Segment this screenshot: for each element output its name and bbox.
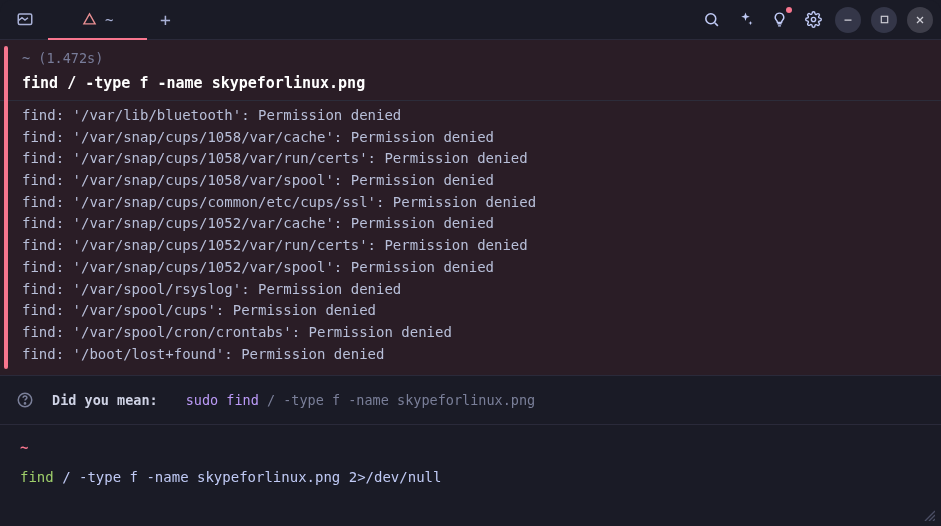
terminal-area: ~ (1.472s) find / -type f -name skypefor…	[0, 40, 941, 501]
block-status: ~ (1.472s)	[22, 50, 927, 66]
prompt-cmd-token: find	[20, 469, 54, 485]
suggestion-args: / -type f -name skypeforlinux.png	[259, 392, 535, 408]
title-bar-right	[699, 7, 933, 33]
block-output: find: '/var/lib/bluetooth': Permission d…	[22, 105, 927, 365]
prompt-cwd: ~	[20, 439, 921, 455]
block-divider	[0, 100, 941, 101]
command-block[interactable]: ~ (1.472s) find / -type f -name skypefor…	[0, 40, 941, 375]
tab-strip: ~ +	[48, 0, 183, 39]
suggestion-bar[interactable]: Did you mean: sudo find / -type f -name …	[0, 375, 941, 425]
settings-icon[interactable]	[801, 8, 825, 32]
plus-icon: +	[160, 9, 171, 30]
split-pane-icon[interactable]	[8, 3, 42, 37]
prompt-input-line[interactable]: find / -type f -name skypeforlinux.png 2…	[20, 469, 921, 485]
suggestion-command[interactable]: sudo find / -type f -name skypeforlinux.…	[176, 388, 546, 412]
prompt-block[interactable]: ~ find / -type f -name skypeforlinux.png…	[0, 425, 941, 501]
ai-sparkle-icon[interactable]	[733, 8, 757, 32]
svg-rect-3	[881, 16, 887, 22]
tab-title: ~	[105, 12, 113, 28]
block-command: find / -type f -name skypeforlinux.png	[22, 74, 927, 98]
title-bar-left: ~ +	[8, 0, 183, 39]
suggestion-label: Did you mean:	[52, 392, 158, 408]
window-close-button[interactable]	[907, 7, 933, 33]
window-maximize-button[interactable]	[871, 7, 897, 33]
svg-point-5	[24, 403, 25, 404]
suggestion-cmd-token: sudo find	[186, 392, 259, 408]
prompt-args: / -type f -name skypeforlinux.png 2>/dev…	[54, 469, 442, 485]
new-tab-button[interactable]: +	[147, 0, 183, 39]
svg-point-1	[705, 14, 715, 24]
tab-home[interactable]: ~	[48, 0, 147, 39]
lightbulb-icon[interactable]	[767, 8, 791, 32]
search-icon[interactable]	[699, 8, 723, 32]
svg-point-2	[811, 17, 815, 21]
question-circle-icon	[16, 391, 34, 409]
window-minimize-button[interactable]	[835, 7, 861, 33]
error-gutter	[4, 46, 8, 369]
notification-dot	[786, 7, 792, 13]
resize-handle-icon[interactable]	[923, 508, 935, 520]
title-bar: ~ +	[0, 0, 941, 40]
warning-icon	[82, 12, 97, 27]
